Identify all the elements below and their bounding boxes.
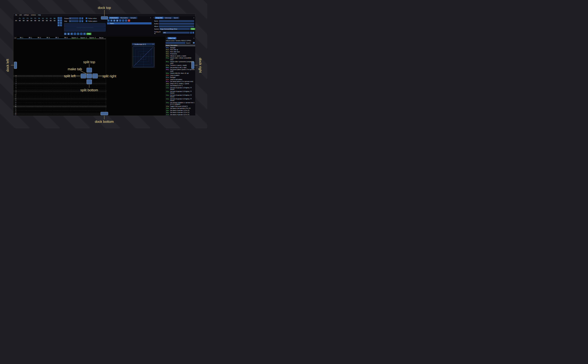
dock-bottom-target[interactable]: [100, 112, 108, 115]
split-bottom-target[interactable]: [86, 79, 92, 84]
effect-row[interactable]: 13xx Set level of operator 2 (0 highest,…: [165, 91, 195, 94]
effect-row[interactable]: 1Cxx Set attack of operator 3 (0 to 1F): [165, 114, 195, 116]
pattern-row[interactable]: 16: [13, 105, 107, 107]
order-cell[interactable]: 00: [29, 20, 33, 22]
pattern-row[interactable]: 12: [13, 98, 107, 100]
tab-subsongs[interactable]: Subsongs: [164, 17, 172, 19]
order-duplicate-button[interactable]: ⧉: [58, 20, 60, 22]
close-icon[interactable]: ✕: [149, 17, 152, 19]
menu-edit[interactable]: edit: [18, 14, 23, 16]
FM 1[interactable]: FM 1: [17, 37, 26, 39]
close-icon[interactable]: ✕: [193, 37, 195, 39]
pattern-row[interactable]: 3: [13, 81, 107, 83]
FM 3[interactable]: FM 3: [35, 37, 44, 39]
effect-row[interactable]: 10xy Setup LFO (x: enable; y: speed): [165, 83, 195, 85]
effect-search-input[interactable]: [166, 42, 185, 44]
octave-increase-button[interactable]: +: [81, 17, 83, 20]
step-decrease-button[interactable]: -: [79, 20, 81, 22]
instrument-item-none[interactable]: ○ - None -: [107, 22, 152, 25]
system-input[interactable]: [159, 28, 190, 30]
FM 6[interactable]: FM 6: [61, 37, 70, 39]
dock-top-target[interactable]: [101, 16, 108, 20]
FM 4[interactable]: FM 4: [44, 37, 53, 39]
chevron-down-icon[interactable]: ▼: [166, 37, 167, 39]
tab-instruments[interactable]: Instruments: [109, 17, 119, 19]
step-input[interactable]: [69, 20, 79, 22]
play-button[interactable]: ▶: [64, 32, 66, 35]
order-cell[interactable]: 00: [45, 20, 49, 22]
orders-grid[interactable]: F1F2F3F4F5F6S1S2S3N0 00 0000000000000000…: [14, 17, 56, 22]
octave-input[interactable]: [69, 17, 79, 20]
pattern-row[interactable]: 2: [13, 79, 107, 81]
tab-wavetables[interactable]: Wavetables: [119, 17, 129, 19]
effect-row[interactable]: 0Dxx Jump to next pattern: [165, 78, 195, 81]
order-add-button[interactable]: +: [58, 17, 60, 19]
metronome-button[interactable]: ♩: [80, 32, 83, 35]
split-right-target[interactable]: [92, 74, 98, 78]
pattern-row[interactable]: 9: [13, 92, 107, 94]
repeat-pattern-button[interactable]: ↻: [83, 32, 86, 35]
menu-file[interactable]: file: [14, 14, 18, 16]
order-cell[interactable]: 00: [49, 20, 53, 22]
pattern-row[interactable]: 17: [13, 107, 107, 109]
Square 1[interactable]: Square 1: [70, 37, 79, 39]
field-input[interactable]: [159, 23, 194, 25]
close-icon[interactable]: ✕: [193, 17, 195, 19]
pattern-row[interactable]: 18: [13, 109, 107, 111]
pattern-row[interactable]: 14: [13, 102, 107, 104]
effect-row[interactable]: 05xy Volume slide + vibrato (compatibili…: [165, 57, 195, 61]
Square 3[interactable]: Square 3: [88, 37, 97, 39]
split-left-target[interactable]: [81, 74, 86, 78]
instrument-folder-toggle-button[interactable]: ∷: [119, 20, 121, 22]
order-move-down-button[interactable]: ∨: [58, 22, 60, 24]
effect-row[interactable]: 0Axy Volume slide (0y: down; x0: up): [165, 72, 195, 74]
poly-toggle-button[interactable]: Poly: [86, 33, 91, 35]
effect-row[interactable]: 0Fxx Set speed (speed 2 if no grooves ex…: [165, 81, 195, 83]
order-change-mode-button[interactable]: ⇄: [58, 24, 60, 26]
effect-row[interactable]: 06xy Volume slide + portamento (compatib…: [165, 61, 195, 65]
effect-row[interactable]: 04xy Vibrato (x: speed; y: depth): [165, 55, 195, 57]
Square 2[interactable]: Square 2: [79, 37, 88, 39]
order-cell[interactable]: 00: [37, 20, 41, 22]
effect-row[interactable]: 0Bxx Jump to pattern: [165, 74, 195, 77]
tab-effect-list[interactable]: Effect List: [167, 37, 176, 39]
tuning-decrease-button[interactable]: -: [190, 32, 192, 34]
effect-row[interactable]: 00xy Arpeggio: [165, 47, 195, 49]
Noise[interactable]: Noise: [97, 37, 106, 39]
effect-row[interactable]: 01xx Pitch slide up: [165, 49, 195, 51]
tab-samples[interactable]: Samples: [129, 17, 137, 19]
FM 2[interactable]: FM 2: [26, 37, 35, 39]
pattern-row[interactable]: 10: [13, 94, 107, 96]
pattern-row[interactable]: 11: [13, 96, 107, 98]
tuning-input[interactable]: [163, 32, 190, 34]
pattern-row[interactable]: 20: [13, 113, 107, 115]
instrument-add-button[interactable]: +: [107, 20, 110, 22]
play-pattern-button[interactable]: ≫: [70, 32, 73, 35]
order-duplicate-end-button[interactable]: ⇊: [60, 22, 62, 24]
order-cell[interactable]: 00: [18, 20, 22, 22]
order-row[interactable]: 00 00000000000000000000: [14, 20, 56, 22]
menu-settings[interactable]: settings: [23, 14, 30, 16]
order-move-up-button[interactable]: ∧: [60, 20, 62, 22]
dock-right-target[interactable]: [191, 62, 194, 69]
effect-row[interactable]: 03xx Portamento: [165, 53, 195, 55]
effect-row[interactable]: 16xy Set operator multiplier (x: operato…: [165, 102, 195, 105]
instrument-move-down-button[interactable]: ↓: [125, 20, 127, 22]
menu-help[interactable]: help: [37, 14, 42, 16]
hamburger-menu-icon[interactable]: ≡: [193, 42, 195, 44]
instrument-delete-button[interactable]: ✕: [128, 20, 130, 22]
pattern-row[interactable]: 15: [13, 104, 107, 105]
order-cell[interactable]: 00: [41, 20, 45, 22]
effect-row[interactable]: 0Cxx Retrigger: [165, 77, 195, 79]
order-cell[interactable]: 00: [53, 20, 56, 22]
instrument-open-button[interactable]: ▤: [113, 20, 115, 22]
instrument-duplicate-button[interactable]: ⧉: [110, 20, 112, 22]
tab-song-info[interactable]: Song Info: [155, 17, 163, 19]
instrument-save-button[interactable]: ▦: [116, 20, 118, 22]
effect-row[interactable]: 17xx Toggle PCM mode (LEGACY): [165, 105, 195, 108]
effect-row[interactable]: 19xx Set attack of all operators (0 to 1…: [165, 108, 195, 110]
dock-left-target[interactable]: [14, 62, 17, 69]
edit-record-button[interactable]: ●: [77, 32, 79, 35]
order-remove-button[interactable]: −: [60, 17, 62, 19]
order-cell[interactable]: 00: [26, 20, 29, 22]
